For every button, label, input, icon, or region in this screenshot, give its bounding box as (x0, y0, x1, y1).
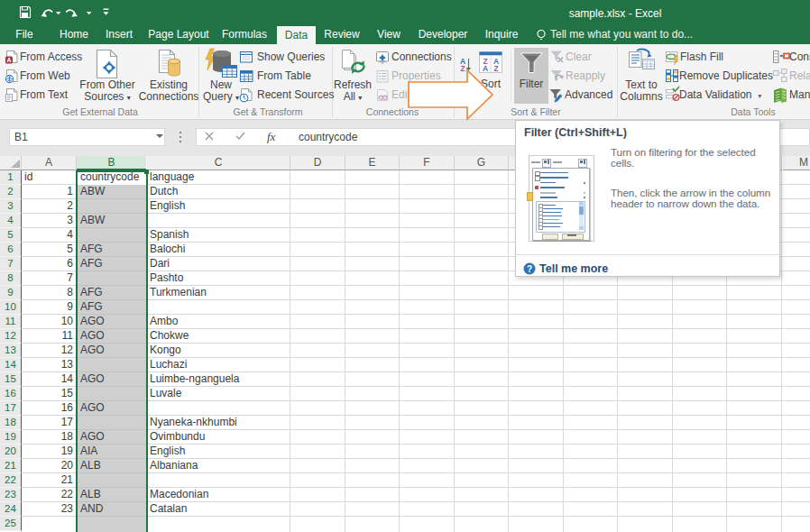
svg-text:?: ? (527, 264, 532, 274)
svg-text:fx: fx (267, 130, 276, 143)
svg-text:A: A (6, 57, 11, 63)
